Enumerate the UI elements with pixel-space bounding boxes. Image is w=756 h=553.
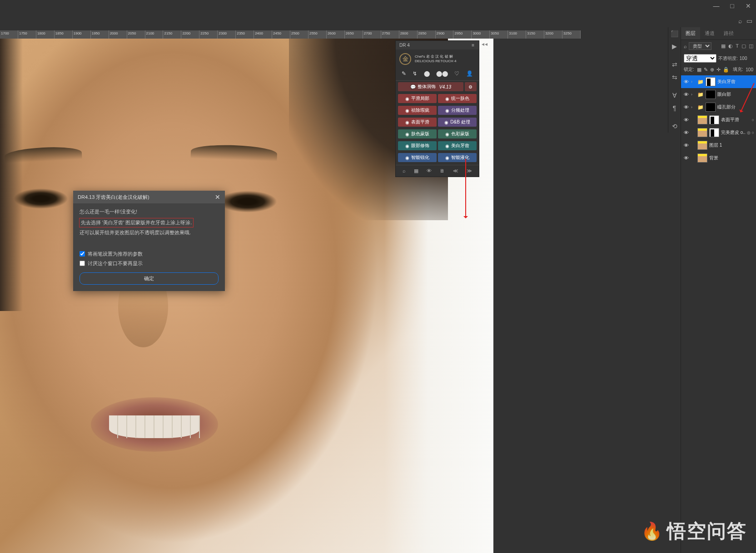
filter-type-icon[interactable]: ▦ <box>721 43 726 49</box>
layer-name[interactable]: 表面平滑 <box>721 117 750 123</box>
expand-icon[interactable]: › <box>691 92 696 97</box>
layer-row[interactable]: 👁表面平滑○ <box>681 114 756 126</box>
fill-value[interactable]: 100 <box>746 67 753 72</box>
dr-btn-色彩蒙版[interactable]: ◉色彩蒙版 <box>438 129 477 138</box>
checkbox-brush-params[interactable]: 将画笔设置为推荐的参数 <box>80 251 219 257</box>
lock-icon[interactable]: 🔒 <box>723 67 729 73</box>
tab-layers[interactable]: 图层 <box>681 27 700 40</box>
layer-thumbnail[interactable] <box>697 141 707 150</box>
side-tool-icon[interactable]: ⇆ <box>668 71 681 84</box>
layer-thumbnail[interactable] <box>697 115 707 124</box>
layer-name[interactable]: 图层 1 <box>709 142 754 148</box>
dr-bottom-icon[interactable]: ▦ <box>414 168 418 174</box>
dr-btn-overall-retouch[interactable]: 💬 整体润饰 V4.13 <box>398 82 463 91</box>
dr-panel-header[interactable]: DR 4 ≡ <box>396 41 479 49</box>
filter-type-icon[interactable]: ▢ <box>741 43 746 49</box>
lock-icon[interactable]: ✎ <box>704 67 708 73</box>
layer-row[interactable]: 👁背景 <box>681 152 756 164</box>
dr-bottom-icon[interactable]: ≪ <box>453 168 458 174</box>
dr-bottom-icon[interactable]: ≫ <box>467 168 472 174</box>
dr-btn-平滑局部[interactable]: ◉平滑局部 <box>398 94 437 103</box>
dr-btn-表面平滑[interactable]: ◉表面平滑 <box>398 118 437 127</box>
dr-tool-icon[interactable]: ♡ <box>454 70 459 77</box>
ruler-tick: 2200 <box>181 30 199 39</box>
side-tool-icon[interactable]: ⇄ <box>668 58 681 71</box>
side-tool-icon[interactable]: Ɐ <box>668 89 681 102</box>
blend-opacity-row: 穿透 不透明度: 100 <box>681 52 756 64</box>
filter-icons: ▦◐T▢◫ <box>721 43 753 49</box>
dr-bottom-icon[interactable]: 👁 <box>427 168 432 174</box>
dr-tool-icon[interactable]: 👤 <box>466 70 473 77</box>
visibility-icon[interactable]: 👁 <box>683 130 689 135</box>
dr-tool-icon[interactable]: ⬤ <box>424 70 430 77</box>
layer-mask-thumbnail[interactable] <box>709 115 719 124</box>
layer-thumbnail[interactable] <box>697 153 707 163</box>
layer-mask-thumbnail[interactable] <box>709 128 719 137</box>
layer-name[interactable]: 完美磨皮 o... <box>721 129 745 136</box>
dr-bottom-icon[interactable]: ⌕ <box>403 168 406 174</box>
dr-btn-美白牙齿[interactable]: ◉美白牙齿 <box>438 141 477 150</box>
layer-name[interactable]: 美白牙齿 <box>717 79 754 85</box>
lock-icon[interactable]: ✛ <box>716 67 721 73</box>
layer-thumbnail[interactable] <box>697 128 707 137</box>
workspace-icon[interactable]: ▭ <box>746 17 752 25</box>
search-icon[interactable]: ⌕ <box>684 44 687 49</box>
dialog-ok-button[interactable]: 确定 <box>80 272 219 285</box>
filter-type-icon[interactable]: ◫ <box>749 43 753 49</box>
expand-icon[interactable]: › <box>691 105 696 109</box>
close-button[interactable]: ✕ <box>740 0 756 11</box>
dr-tool-icon[interactable]: ✎ <box>402 70 406 77</box>
side-tool-icon[interactable]: ⟲ <box>668 120 681 133</box>
layer-thumbnail[interactable] <box>706 77 716 86</box>
layer-name[interactable]: 背景 <box>709 155 754 161</box>
dr-btn-祛除瑕疵[interactable]: ◉祛除瑕疵 <box>398 106 437 115</box>
checkbox-dont-show[interactable]: 讨厌这个窗口不要再显示 <box>80 260 219 267</box>
visibility-icon[interactable]: 👁 <box>683 143 689 148</box>
side-tool-icon[interactable]: ▶ <box>668 40 681 53</box>
checkbox-dont-show-input[interactable] <box>80 261 85 266</box>
visibility-icon[interactable]: 👁 <box>683 92 689 97</box>
lock-icon[interactable]: ▦ <box>697 67 701 73</box>
layer-row[interactable]: 👁›📁眼白部 <box>681 88 756 101</box>
tab-paths[interactable]: 路径 <box>719 27 738 40</box>
maximize-button[interactable]: □ <box>724 0 740 11</box>
dr-btn-眼部修饰[interactable]: ◉眼部修饰 <box>398 141 437 150</box>
dr-btn-肤色蒙版[interactable]: ◉肤色蒙版 <box>398 129 437 138</box>
dr-tool-icon[interactable]: ⬤⬤ <box>436 70 448 77</box>
visibility-icon[interactable]: 👁 <box>683 117 689 123</box>
layer-thumbnail[interactable] <box>706 103 716 112</box>
layer-thumbnail[interactable] <box>706 90 716 99</box>
dr-btn-智能液化[interactable]: ◉智能液化 <box>438 153 477 162</box>
checkbox-brush-params-input[interactable] <box>80 251 85 257</box>
dialog-titlebar[interactable]: DR4.13 牙齿美白(老金汉化破解) ✕ <box>73 191 225 203</box>
layer-name[interactable]: 瞳孔部分 <box>717 104 754 110</box>
dialog-close-button[interactable]: ✕ <box>215 193 220 201</box>
layer-row[interactable]: 👁›📁美白牙齿 <box>681 75 756 88</box>
visibility-icon[interactable]: 👁 <box>683 79 689 84</box>
filter-type-icon[interactable]: T <box>736 43 739 49</box>
search-icon[interactable]: ⌕ <box>738 17 742 25</box>
dr-btn-统一肤色[interactable]: ◉统一肤色 <box>438 94 477 103</box>
dr-panel-menu-icon[interactable]: ≡ <box>472 43 475 48</box>
visibility-icon[interactable]: 👁 <box>683 104 689 110</box>
layer-filter-select[interactable]: 类型 <box>689 42 711 50</box>
dr-bottom-icon[interactable]: 🗎 <box>440 168 445 174</box>
dr-btn-智能锐化[interactable]: ◉智能锐化 <box>398 153 437 162</box>
opacity-value[interactable]: 100 <box>740 56 747 61</box>
blend-mode-select[interactable]: 穿透 <box>684 54 716 63</box>
visibility-icon[interactable]: 👁 <box>683 155 689 161</box>
lock-icon[interactable]: ⊕ <box>710 67 714 73</box>
tab-channels[interactable]: 通道 <box>700 27 719 40</box>
minimize-button[interactable]: — <box>708 0 724 11</box>
filter-type-icon[interactable]: ◐ <box>728 43 733 49</box>
side-tool-icon[interactable]: ¶ <box>668 102 681 114</box>
dr-btn-D&B 处理[interactable]: ◉D&B 处理 <box>438 118 477 127</box>
layer-row[interactable]: 👁完美磨皮 o...◎ ○ <box>681 126 756 139</box>
expand-icon[interactable]: › <box>691 79 696 84</box>
layer-row[interactable]: 👁图层 1 <box>681 139 756 152</box>
dr-btn-分频处理[interactable]: ◉分频处理 <box>438 106 477 115</box>
dr-btn-settings[interactable]: ⚙ <box>465 82 477 91</box>
side-tool-icon[interactable]: ⬛ <box>668 27 681 40</box>
panel-collapse-icon[interactable]: ◂◂ <box>482 41 488 47</box>
dr-tool-icon[interactable]: ↯ <box>413 70 417 77</box>
